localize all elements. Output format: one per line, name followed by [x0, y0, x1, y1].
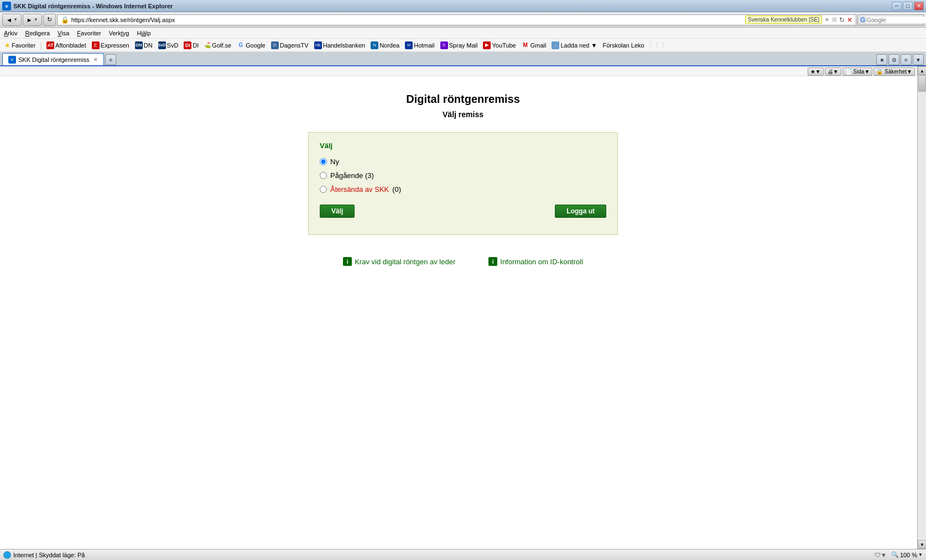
search-input[interactable]	[866, 17, 926, 23]
bookmark-nordea[interactable]: N Nordea	[368, 40, 402, 50]
scroll-up-button[interactable]: ▲	[918, 66, 926, 75]
menu-verktyg[interactable]: Verktyg	[107, 29, 131, 37]
title-bar-buttons[interactable]: ─ □ ✕	[892, 2, 924, 11]
radio-atersanda-prefix: Återsända av SKK	[330, 185, 389, 193]
back-arrow-icon: ◄	[6, 17, 12, 23]
title-bar: e SKK Digital röntgenremiss - Windows In…	[0, 0, 926, 12]
dagenstv-label: DagensTV	[280, 42, 309, 49]
address-feed-icon: ⊞	[832, 16, 837, 23]
menu-bar: Arkiv Redigera Visa Favoriter Verktyg Hj…	[0, 28, 926, 39]
ie-icon: e	[2, 2, 11, 11]
refresh-button[interactable]: ↻	[43, 14, 56, 26]
bookmark-spraymail[interactable]: S Spray Mail	[438, 40, 480, 50]
scroll-track[interactable]	[918, 75, 926, 540]
google-label: Google	[246, 42, 265, 49]
page-btn[interactable]: 📄 Sida▼	[842, 67, 873, 76]
radio-atersanda[interactable]: Återsända av SKK (0)	[320, 185, 606, 193]
tab-favicon: e	[8, 56, 16, 64]
menu-redigera[interactable]: Redigera	[23, 29, 51, 37]
hotmail-label: Hotmail	[414, 42, 434, 49]
bookmark-svd[interactable]: SvD SvD	[156, 40, 181, 50]
scrollbar-right[interactable]: ▲ ▼	[917, 66, 926, 549]
address-input[interactable]	[71, 17, 743, 23]
radio-ny-input[interactable]	[320, 158, 327, 165]
info-icon-leder: i	[343, 257, 352, 266]
bookmark-golf[interactable]: ⛳ Golf.se	[202, 41, 233, 50]
valj-button[interactable]: Välj	[320, 205, 355, 218]
favorites-folder[interactable]: ★ Favoriter	[2, 40, 38, 50]
favorites-label: Favoriter	[12, 42, 35, 49]
di-label: DI	[193, 42, 199, 49]
nordea-label: Nordea	[379, 42, 399, 49]
tab-close-button[interactable]: ✕	[93, 57, 98, 62]
bookmark-dn[interactable]: DN DN	[133, 40, 155, 50]
radio-pagaende-input[interactable]	[320, 172, 327, 179]
svd-icon: SvD	[158, 41, 166, 49]
window-title: SKK Digital röntgenremiss - Windows Inte…	[13, 3, 173, 9]
tab-tools-button[interactable]: ⚙	[888, 54, 899, 65]
radio-group: Ny Pågående (3) Återsända av SKK (0)	[320, 158, 606, 193]
expressen-label: Expressen	[101, 42, 129, 49]
form-box: Välj Ny Pågående (3) Återsända av SKK (0…	[308, 132, 618, 235]
tab-fav-button[interactable]: ★	[876, 54, 887, 65]
bookmark-handelsbanken[interactable]: HB Handelsbanken	[312, 40, 367, 50]
bookmark-hotmail[interactable]: H Hotmail	[403, 40, 436, 50]
forward-button[interactable]: ► ▼	[23, 14, 42, 26]
maximize-button[interactable]: □	[903, 2, 913, 11]
info-link-id-kontroll[interactable]: i Information om ID-kontroll	[488, 257, 583, 266]
ladda-ned-label: Ladda ned ▼	[560, 42, 597, 49]
address-stop-icon[interactable]: ✕	[847, 16, 852, 24]
bookmark-youtube[interactable]: ▶ YouTube	[481, 40, 518, 50]
gmail-icon: M	[522, 41, 529, 49]
tab-menu-button[interactable]: ≡	[901, 54, 912, 65]
nordea-icon: N	[371, 41, 378, 49]
hotmail-icon: H	[405, 41, 413, 49]
svd-label: SvD	[167, 42, 179, 49]
button-row: Välj Logga ut	[320, 205, 606, 218]
bookmark-google[interactable]: G Google	[235, 40, 267, 50]
address-refresh-icon[interactable]: ↻	[839, 16, 845, 24]
forward-dropdown-icon[interactable]: ▼	[34, 17, 38, 22]
logga-ut-button[interactable]: Logga ut	[555, 205, 606, 218]
spraymail-label: Spray Mail	[449, 42, 478, 49]
radio-atersanda-input[interactable]	[320, 186, 327, 193]
back-dropdown-icon[interactable]: ▼	[13, 17, 18, 22]
bookmark-expressen[interactable]: E Expressen	[90, 40, 132, 50]
security-btn[interactable]: 🔒 Säkerhet▼	[873, 67, 915, 76]
di-icon: DI	[184, 41, 191, 49]
minimize-button[interactable]: ─	[892, 2, 902, 11]
title-bar-left: e SKK Digital röntgenremiss - Windows In…	[2, 2, 173, 11]
tab-skk-digital[interactable]: e SKK Digital röntgenremiss ✕	[2, 53, 104, 65]
bookmark-aftonbladet[interactable]: AT Aftonbladet	[44, 40, 89, 50]
form-box-title: Välj	[320, 142, 606, 150]
info-icon-id: i	[488, 257, 497, 266]
bookmark-dagenstv[interactable]: D DagensTV	[269, 40, 311, 50]
print-btn[interactable]: 🖨▼	[825, 67, 841, 76]
add-to-favorites-btn[interactable]: ★▼	[808, 67, 824, 76]
handelsbanken-icon: HB	[314, 41, 322, 49]
new-tab-button[interactable]: +	[105, 54, 116, 65]
dagenstv-icon: D	[271, 41, 279, 49]
tab-settings-button[interactable]: ▼	[913, 54, 924, 65]
back-button[interactable]: ◄ ▼	[2, 14, 22, 26]
info-link-leder-label: Krav vid digital röntgen av leder	[355, 258, 455, 266]
bookmark-ladda-ned[interactable]: ↓ Ladda ned ▼	[549, 40, 599, 50]
info-link-leder[interactable]: i Krav vid digital röntgen av leder	[343, 257, 455, 266]
address-bar: 🔒 Svenska Kennelklubben [SE] ★ ⊞ ↻ ✕	[57, 14, 856, 25]
golf-label: Golf.se	[212, 42, 231, 49]
bookmark-gmail[interactable]: M Gmail	[519, 40, 549, 50]
youtube-label: YouTube	[492, 42, 516, 49]
bookmark-di[interactable]: DI DI	[181, 40, 201, 50]
bookmark-forskolan-leko[interactable]: Förskolan Leko	[600, 41, 646, 50]
menu-hjalp[interactable]: Hjälp	[135, 29, 152, 37]
menu-favoriter[interactable]: Favoriter	[75, 29, 102, 37]
radio-pagaende[interactable]: Pågående (3)	[320, 171, 606, 180]
search-box: G 🔍 ▼	[857, 14, 924, 25]
close-button[interactable]: ✕	[914, 2, 924, 11]
scroll-down-button[interactable]: ▼	[918, 540, 926, 549]
menu-visa[interactable]: Visa	[56, 29, 71, 37]
separator-1: |	[40, 41, 42, 50]
radio-ny[interactable]: Ny	[320, 158, 606, 166]
scroll-thumb[interactable]	[918, 75, 926, 92]
menu-arkiv[interactable]: Arkiv	[2, 29, 19, 37]
